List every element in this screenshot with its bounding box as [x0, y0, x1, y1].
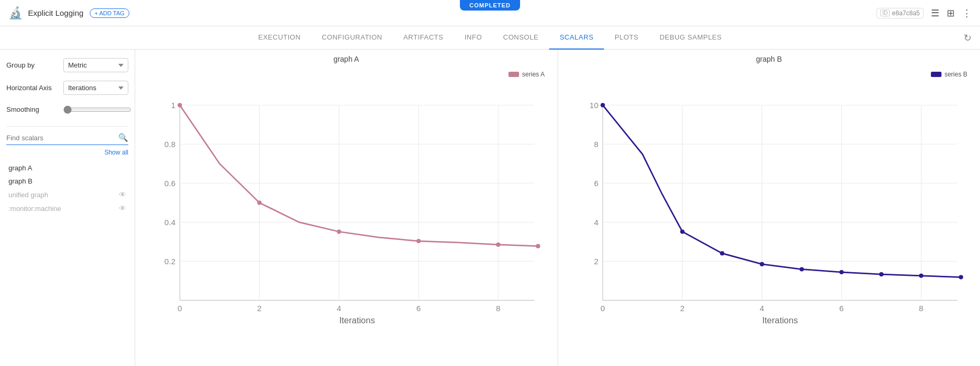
svg-text:6: 6: [593, 179, 598, 188]
chart-a-legend-label: series A: [522, 71, 545, 78]
show-all-button[interactable]: Show all: [105, 149, 128, 156]
scalar-item-graph-b[interactable]: graph B: [6, 175, 128, 188]
chart-b-legend-swatch: [931, 72, 941, 77]
svg-point-53: [759, 262, 764, 266]
scalar-item-monitor[interactable]: :monitor:machine 👁: [6, 201, 128, 215]
tab-scalars[interactable]: SCALARS: [549, 26, 604, 50]
show-all-row: Show all: [6, 148, 128, 156]
svg-text:0.4: 0.4: [164, 218, 175, 227]
svg-point-26: [496, 243, 500, 247]
chart-a-title: graph A: [334, 55, 359, 63]
horizontal-axis-row: Horizontal Axis Iterations Time Epoch: [6, 81, 128, 95]
top-bar: 🔬 Explicit Logging + ADD TAG COMPLETED I…: [0, 0, 980, 26]
tab-artifacts[interactable]: ARTIFACTS: [393, 26, 454, 50]
svg-text:2: 2: [593, 257, 598, 266]
svg-point-50: [600, 103, 605, 107]
chart-a-legend: series A: [508, 71, 545, 78]
svg-text:8: 8: [496, 304, 500, 313]
group-by-row: Group by Metric None: [6, 58, 128, 72]
nav-tabs: EXECUTION CONFIGURATION ARTIFACTS INFO C…: [0, 26, 980, 50]
smoothing-slider[interactable]: [63, 105, 131, 114]
svg-point-58: [958, 275, 963, 279]
chart-panel-b: graph B series B: [558, 50, 981, 366]
svg-point-22: [177, 103, 182, 107]
sidebar-divider: [6, 126, 128, 127]
svg-point-54: [799, 267, 804, 271]
svg-text:0.6: 0.6: [164, 179, 175, 188]
group-by-label: Group by: [6, 61, 59, 69]
tab-execution[interactable]: EXECUTION: [248, 26, 311, 50]
chart-b-svg: 10 8 6 4 2 0 2 4 6 8 Iterations: [567, 66, 972, 361]
tab-console[interactable]: CONSOLE: [493, 26, 549, 50]
refresh-icon[interactable]: ↻: [964, 32, 972, 44]
svg-point-55: [839, 270, 843, 274]
id-value: e8a7c8a5: [892, 9, 920, 17]
svg-point-57: [919, 274, 923, 278]
svg-text:1: 1: [171, 101, 175, 110]
id-label: ID: [880, 9, 890, 16]
scalar-search-input[interactable]: [6, 134, 118, 142]
chart-a-legend-swatch: [508, 72, 519, 77]
tab-info[interactable]: INFO: [454, 26, 493, 50]
svg-point-51: [680, 229, 684, 234]
svg-point-25: [417, 239, 421, 243]
svg-text:10: 10: [589, 101, 598, 110]
chart-panel-a: graph A series A: [135, 50, 558, 366]
horizontal-axis-label: Horizontal Axis: [6, 84, 59, 92]
chart-a-svg: 1 0.8 0.6 0.4 0.2 0 2 4 6 8 Iterations: [144, 66, 549, 361]
chart-b-container: series B: [567, 66, 972, 361]
group-by-select[interactable]: Metric None: [63, 58, 128, 72]
smoothing-row: Smoothing: [6, 103, 128, 115]
smoothing-label: Smoothing: [6, 105, 59, 113]
eye-slash-icon-unified: 👁: [119, 190, 126, 199]
app-title: Explicit Logging: [28, 8, 83, 17]
scalar-item-unified-label: unified graph: [8, 191, 48, 199]
svg-text:8: 8: [919, 304, 923, 313]
scalar-search-row: 🔍: [6, 133, 128, 145]
svg-text:0: 0: [177, 304, 182, 313]
svg-text:Iterations: Iterations: [762, 315, 798, 325]
chart-b-title: graph B: [756, 55, 782, 63]
svg-text:2: 2: [257, 304, 261, 313]
search-icon: 🔍: [118, 133, 128, 142]
scalar-item-graph-a[interactable]: graph A: [6, 161, 128, 175]
svg-point-23: [257, 200, 261, 205]
add-tag-button[interactable]: + ADD TAG: [90, 8, 129, 18]
completed-badge: COMPLETED: [460, 0, 520, 11]
chart-a-container: series A: [144, 66, 549, 361]
run-id: ID e8a7c8a5: [877, 8, 924, 18]
svg-text:2: 2: [680, 304, 684, 313]
svg-point-27: [536, 244, 540, 248]
top-bar-right: ID e8a7c8a5 ☰ ⊞ ⋮: [877, 7, 972, 19]
svg-text:0: 0: [600, 304, 605, 313]
charts-area: graph A series A: [135, 50, 980, 366]
logo-icon: 🔬: [8, 6, 23, 20]
svg-point-52: [720, 251, 724, 255]
layout-icon[interactable]: ⊞: [947, 7, 955, 19]
svg-text:4: 4: [337, 304, 341, 313]
eye-slash-icon-monitor: 👁: [119, 204, 126, 213]
scalar-item-unified[interactable]: unified graph 👁: [6, 188, 128, 201]
scalar-item-monitor-label: :monitor:machine: [8, 205, 61, 213]
chart-b-legend: series B: [931, 71, 967, 78]
chart-b-legend-label: series B: [945, 71, 967, 78]
svg-text:6: 6: [417, 304, 421, 313]
svg-point-56: [879, 272, 883, 276]
tab-configuration[interactable]: CONFIGURATION: [311, 26, 393, 50]
app-logo: 🔬 Explicit Logging: [8, 6, 83, 20]
main-layout: Group by Metric None Horizontal Axis Ite…: [0, 50, 980, 366]
svg-text:4: 4: [759, 304, 764, 313]
list-icon[interactable]: ☰: [931, 7, 939, 19]
menu-icon[interactable]: ⋮: [962, 7, 972, 19]
svg-text:8: 8: [593, 140, 598, 149]
tab-plots[interactable]: PLOTS: [604, 26, 649, 50]
svg-text:6: 6: [839, 304, 843, 313]
tab-debug-samples[interactable]: DEBUG SAMPLES: [649, 26, 732, 50]
svg-text:0.2: 0.2: [164, 257, 175, 266]
svg-text:0.8: 0.8: [164, 140, 175, 149]
sidebar: Group by Metric None Horizontal Axis Ite…: [0, 50, 135, 366]
horizontal-axis-select[interactable]: Iterations Time Epoch: [63, 81, 128, 95]
svg-text:4: 4: [593, 218, 598, 227]
svg-point-24: [337, 229, 341, 234]
svg-text:Iterations: Iterations: [339, 315, 375, 325]
